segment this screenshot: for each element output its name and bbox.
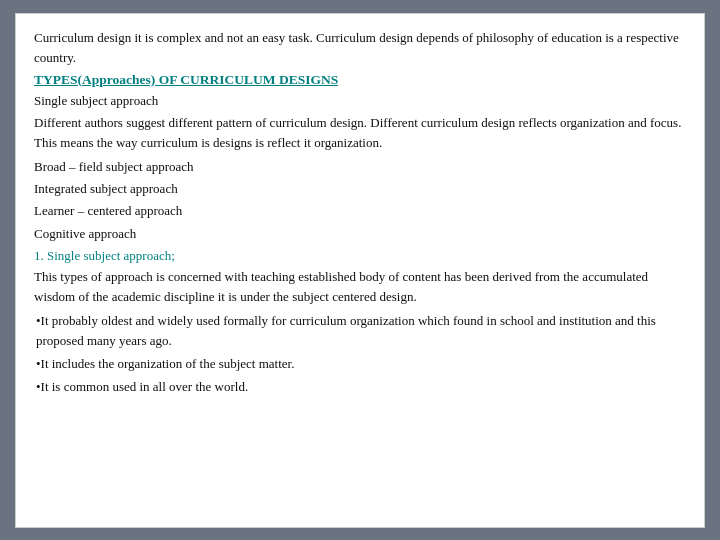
numbered-heading-prefix: 1. (34, 248, 47, 263)
learner-item: Learner – centered approach (34, 201, 686, 221)
numbered-heading: 1. Single subject approach; (34, 248, 686, 264)
different-authors-paragraph: Different authors suggest different patt… (34, 113, 686, 153)
broad-field-item: Broad – field subject approach (34, 157, 686, 177)
single-subject-label: Single subject approach (34, 91, 686, 111)
types-heading: TYPES(Approaches) OF CURRICULUM DESIGNS (34, 72, 686, 88)
cognitive-item: Cognitive approach (34, 224, 686, 244)
intro-paragraph: Curriculum design it is complex and not … (34, 28, 686, 68)
description-paragraph: This types of approach is concerned with… (34, 267, 686, 307)
bullet-1: •It probably oldest and widely used form… (34, 311, 686, 351)
integrated-item: Integrated subject approach (34, 179, 686, 199)
numbered-heading-label: Single subject approach; (47, 248, 175, 263)
bullet-2: •It includes the organization of the sub… (34, 354, 686, 374)
main-content-area: Curriculum design it is complex and not … (15, 13, 705, 528)
bullet-3: •It is common used in all over the world… (34, 377, 686, 397)
